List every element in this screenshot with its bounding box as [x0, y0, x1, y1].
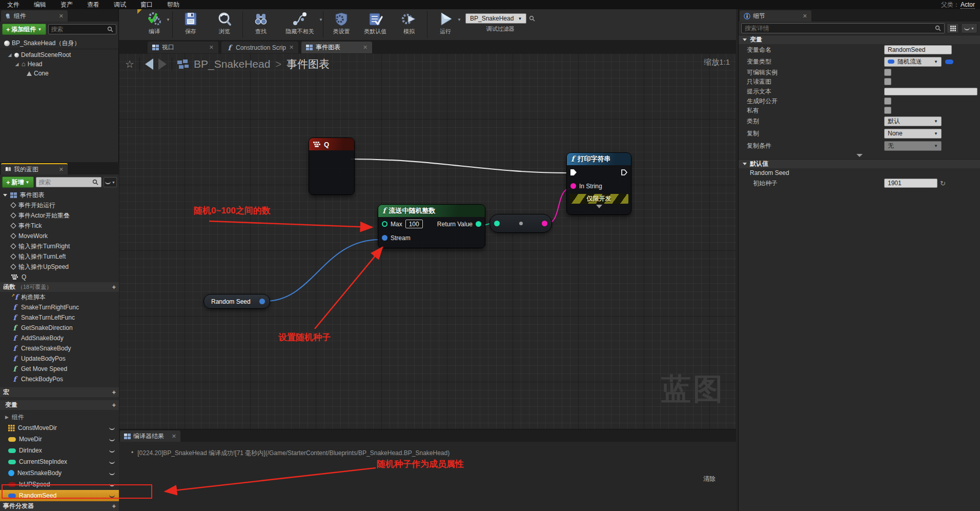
hide-unrelated-button[interactable]: 隐藏不相关 ▼: [278, 9, 322, 40]
max-value-input[interactable]: 100: [405, 220, 423, 228]
my-blueprint-search-input[interactable]: [39, 179, 92, 186]
my-blueprint-search[interactable]: [36, 177, 101, 187]
function-item[interactable]: fAddSnakeBody: [0, 333, 119, 343]
eye-closed-icon[interactable]: [109, 460, 115, 464]
breadcrumb-current[interactable]: 事件图表: [287, 57, 330, 71]
tab-details[interactable]: 细节 ✕: [740, 10, 811, 22]
tab-construction-script[interactable]: f Construction Scrip ✕: [221, 42, 298, 53]
variable-item[interactable]: MoveDir: [0, 434, 119, 445]
function-item[interactable]: fCreateSnakeBody: [0, 343, 119, 353]
variable-item-randomseed[interactable]: RandomSeed: [0, 490, 119, 501]
menu-debug[interactable]: 调试: [107, 1, 133, 9]
expand-arrow-icon[interactable]: ◢: [14, 62, 19, 67]
tab-components[interactable]: 组件 ✕: [1, 10, 68, 22]
close-icon[interactable]: ✕: [803, 13, 807, 19]
close-icon[interactable]: ✕: [209, 44, 214, 51]
node-print-string[interactable]: f 打印字符串 In String 仅限开发: [566, 152, 631, 215]
return-value-pin[interactable]: [476, 221, 481, 227]
clear-log-button[interactable]: 清除: [703, 475, 716, 483]
nav-forward-icon[interactable]: [158, 58, 167, 70]
menu-asset[interactable]: 资产: [53, 1, 80, 9]
expand-arrow-icon[interactable]: ◢: [7, 52, 12, 57]
tree-item-scene-root[interactable]: ◢ DefaultSceneRoot: [0, 50, 118, 60]
tab-my-blueprint[interactable]: 我的蓝图 ✕: [1, 163, 68, 174]
function-item[interactable]: fGet Move Speed: [0, 364, 119, 374]
exec-in-pin-connected[interactable]: [570, 169, 577, 175]
components-search-input[interactable]: [51, 26, 107, 33]
components-group-row[interactable]: ▶ 组件: [0, 412, 119, 422]
node-expand-arrow-icon[interactable]: [596, 205, 602, 208]
add-macro-button[interactable]: +: [112, 388, 116, 396]
instance-editable-checkbox[interactable]: [884, 69, 891, 76]
node-random-integer-from-stream[interactable]: f 流送中随机整数 Max 100 Return Value Stream: [378, 204, 485, 248]
functions-header[interactable]: 函数 （18可覆盖） +: [0, 282, 119, 292]
expose-on-spawn-checkbox[interactable]: [884, 97, 891, 105]
favorite-star-icon[interactable]: ☆: [125, 58, 134, 70]
expand-arrow-icon[interactable]: ▶: [5, 415, 9, 420]
function-item[interactable]: fUpdateBodyPos: [0, 353, 119, 364]
replication-dropdown[interactable]: None ▼: [884, 129, 942, 139]
function-item[interactable]: fGetSnakeDirection: [0, 323, 119, 333]
breadcrumb-root[interactable]: BP_SnakeHead: [194, 58, 270, 70]
parent-class-link[interactable]: Actor: [961, 1, 975, 9]
save-button[interactable]: 保存: [174, 9, 208, 40]
menu-file[interactable]: 文件: [0, 1, 27, 9]
menu-edit[interactable]: 编辑: [27, 1, 53, 9]
add-dispatcher-button[interactable]: +: [112, 502, 116, 510]
container-type-button[interactable]: [945, 60, 953, 64]
variable-item[interactable]: ConstMoveDir: [0, 422, 119, 434]
node-key-event-q[interactable]: Q Pressed Released Key: [309, 137, 355, 195]
tree-item-head[interactable]: ◢ ⌂ Head: [0, 60, 118, 69]
tree-item-cone[interactable]: Cone: [0, 69, 118, 78]
class-settings-button[interactable]: 类设置: [324, 9, 358, 40]
category-dropdown[interactable]: 默认 ▼: [884, 116, 942, 126]
advanced-expander[interactable]: [739, 152, 980, 159]
tab-viewport[interactable]: 视口 ✕: [148, 42, 218, 53]
simulate-button[interactable]: 模拟: [392, 9, 426, 40]
function-item[interactable]: fSnakeTurnLeftFunc: [0, 312, 119, 323]
variable-name-field[interactable]: [884, 45, 952, 54]
close-icon[interactable]: ✕: [59, 166, 64, 173]
details-search-input[interactable]: [745, 25, 935, 32]
close-icon[interactable]: ✕: [59, 13, 64, 19]
close-icon[interactable]: ✕: [172, 433, 176, 440]
eye-closed-icon[interactable]: [109, 449, 115, 453]
chevron-down-icon[interactable]: ▼: [319, 17, 323, 22]
function-item[interactable]: ➚f构造脚本: [0, 292, 119, 302]
variable-item[interactable]: DirIndex: [0, 445, 119, 456]
reset-to-default-icon[interactable]: ↻: [940, 180, 946, 187]
eye-closed-icon[interactable]: [109, 426, 115, 430]
compile-button[interactable]: 编译 ▼: [137, 9, 171, 40]
debug-object-dropdown[interactable]: BP_SnakeHead ▼: [465, 13, 526, 24]
chevron-down-icon[interactable]: ▼: [457, 17, 461, 22]
variable-item[interactable]: IsUPSpeed: [0, 479, 119, 490]
event-item[interactable]: 输入操作TurnLeft: [0, 251, 119, 262]
graphs-section-row[interactable]: 事件图表: [0, 190, 119, 200]
event-item[interactable]: 事件开始运行: [0, 200, 119, 210]
random-seed-output-pin[interactable]: [259, 299, 265, 304]
tooltip-input[interactable]: [888, 88, 974, 95]
menu-help[interactable]: 帮助: [160, 1, 187, 9]
event-item-q[interactable]: Q: [0, 272, 119, 282]
tree-item-self[interactable]: BP_SnakeHead（自身）: [0, 38, 118, 48]
blueprint-readonly-checkbox[interactable]: [884, 78, 891, 85]
function-item[interactable]: fSnakeTurnRightFunc: [0, 302, 119, 312]
eye-closed-icon[interactable]: [109, 483, 115, 486]
event-item[interactable]: 事件Tick: [0, 221, 119, 231]
menu-window[interactable]: 窗口: [133, 1, 160, 9]
variable-name-input[interactable]: [888, 46, 948, 53]
variable-section-header[interactable]: 变量: [739, 35, 980, 44]
tab-event-graph[interactable]: 事件图表 ✕: [301, 42, 372, 53]
display-filter-button[interactable]: ▼: [961, 23, 977, 33]
max-int-pin[interactable]: [382, 221, 387, 227]
close-icon[interactable]: ✕: [363, 44, 368, 51]
tab-compiler-results[interactable]: 编译器结果 ✕: [120, 430, 180, 442]
macros-header[interactable]: 宏 +: [0, 387, 119, 397]
chevron-down-icon[interactable]: ▼: [166, 17, 170, 22]
add-variable-button[interactable]: +: [112, 401, 116, 409]
event-item[interactable]: 输入操作UpSpeed: [0, 262, 119, 272]
eye-closed-icon[interactable]: [109, 494, 115, 498]
add-component-button[interactable]: + 添加组件 ▼: [2, 24, 46, 35]
int-input-pin[interactable]: [494, 221, 500, 226]
defaults-section-header[interactable]: 默认值: [739, 159, 980, 168]
